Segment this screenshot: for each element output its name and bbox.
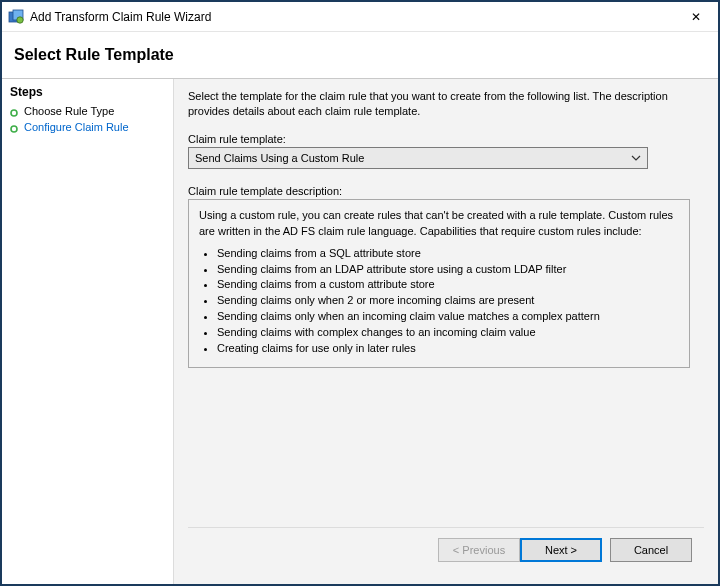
next-button[interactable]: Next > [520, 538, 602, 562]
steps-header: Steps [2, 83, 173, 103]
intro-text: Select the template for the claim rule t… [188, 89, 704, 119]
description-box: Using a custom rule, you can create rule… [188, 199, 690, 368]
list-item: Sending claims with complex changes to a… [217, 325, 679, 341]
chevron-down-icon [629, 155, 643, 161]
list-item: Sending claims only when 2 or more incom… [217, 293, 679, 309]
svg-point-4 [11, 126, 17, 132]
page-header: Select Rule Template [2, 32, 718, 78]
svg-point-3 [11, 110, 17, 116]
step-bullet-icon [10, 123, 18, 131]
step-configure-claim-rule[interactable]: Configure Claim Rule [2, 119, 173, 135]
body: Steps Choose Rule Type Configure Claim R… [2, 78, 718, 584]
step-label: Configure Claim Rule [24, 121, 129, 133]
list-item: Sending claims from a SQL attribute stor… [217, 246, 679, 262]
close-button[interactable]: ✕ [674, 3, 718, 31]
list-item: Sending claims from an LDAP attribute st… [217, 262, 679, 278]
spacer [188, 368, 704, 527]
window-title: Add Transform Claim Rule Wizard [30, 10, 674, 24]
content-area: Select the template for the claim rule t… [174, 79, 718, 584]
description-list: Sending claims from a SQL attribute stor… [199, 246, 679, 358]
step-bullet-icon [10, 107, 18, 115]
wizard-window: Add Transform Claim Rule Wizard ✕ Select… [0, 0, 720, 586]
description-field-label: Claim rule template description: [188, 185, 704, 197]
titlebar: Add Transform Claim Rule Wizard ✕ [2, 2, 718, 32]
list-item: Sending claims from a custom attribute s… [217, 277, 679, 293]
steps-sidebar: Steps Choose Rule Type Configure Claim R… [2, 79, 174, 584]
list-item: Creating claims for use only in later ru… [217, 341, 679, 357]
step-choose-rule-type[interactable]: Choose Rule Type [2, 103, 173, 119]
previous-button: < Previous [438, 538, 520, 562]
footer-buttons: < Previous Next > Cancel [188, 527, 704, 574]
select-value: Send Claims Using a Custom Rule [195, 152, 364, 164]
template-field-label: Claim rule template: [188, 133, 704, 145]
app-icon [8, 9, 24, 25]
claim-rule-template-select[interactable]: Send Claims Using a Custom Rule [188, 147, 648, 169]
description-intro: Using a custom rule, you can create rule… [199, 208, 679, 240]
svg-point-2 [17, 16, 23, 22]
page-title: Select Rule Template [14, 46, 706, 64]
list-item: Sending claims only when an incoming cla… [217, 309, 679, 325]
nav-button-group: < Previous Next > [438, 538, 602, 562]
cancel-button[interactable]: Cancel [610, 538, 692, 562]
close-icon: ✕ [691, 10, 701, 24]
step-label: Choose Rule Type [24, 105, 114, 117]
